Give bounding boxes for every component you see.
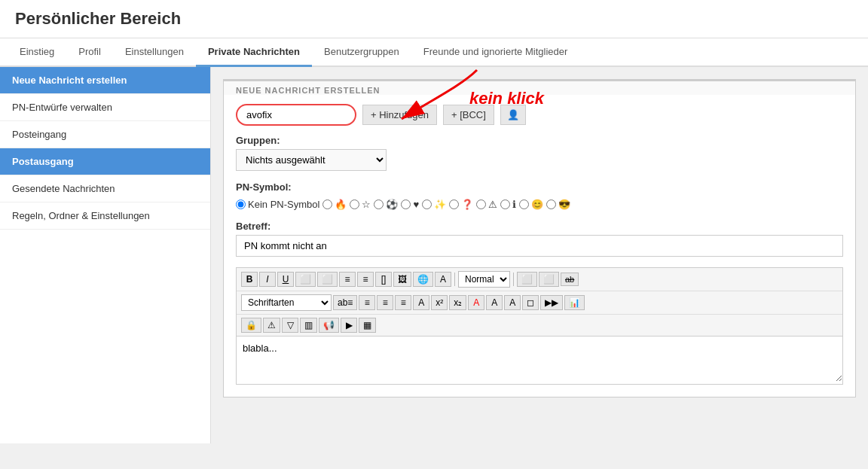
symbol-option-smile[interactable]: 😊 <box>519 199 543 210</box>
bcc-button[interactable]: + [BCC] <box>443 105 494 125</box>
top-nav-item-freunde[interactable]: Freunde und ignorierte Mitglieder <box>411 38 580 67</box>
top-nav-item-einstellungen[interactable]: Einstellungen <box>113 38 196 67</box>
tb-image[interactable]: 🖼 <box>393 272 411 287</box>
tb-r2-table[interactable]: 📊 <box>564 295 585 310</box>
pn-symbol-row: PN-Symbol: Kein PN-Symbol 🔥 ☆ ⚽ <box>236 181 843 210</box>
pn-symbol-label: PN-Symbol: <box>236 181 843 193</box>
tb-align-right[interactable]: ≡ <box>395 295 411 310</box>
tb-btn-extra2[interactable]: ⬜ <box>539 272 559 287</box>
tb-font-a[interactable]: A <box>413 295 429 310</box>
symbol-option-warning[interactable]: ⚠ <box>476 199 497 210</box>
top-nav-item-profil[interactable]: Profil <box>66 38 113 67</box>
symbol-option-soccer[interactable]: ⚽ <box>374 199 398 210</box>
tb-list2[interactable]: ≡ <box>357 272 374 287</box>
hinzufugen-button[interactable]: + Hinzufügen <box>362 105 437 125</box>
tb-r2-a2[interactable]: A <box>486 295 503 310</box>
content-area: NEUE NACHRICHT ERSTELLEN + Hinzufügen + … <box>211 67 868 443</box>
betreff-row: Betreff: <box>236 221 843 257</box>
tb-r3-tri[interactable]: ▽ <box>282 318 298 333</box>
betreff-input[interactable] <box>236 235 843 257</box>
tb-align-left[interactable]: ≡ <box>359 295 375 310</box>
tb-btn-extra1[interactable]: ⬜ <box>517 272 537 287</box>
user-icon-button[interactable]: 👤 <box>500 105 526 125</box>
tb-r3-grid[interactable]: ▥ <box>300 318 317 333</box>
tb-r2-box[interactable]: ◻ <box>522 295 539 310</box>
sidebar-item-neue-nachricht[interactable]: Neue Nachricht erstellen <box>0 67 210 94</box>
tb-fontfamily-select[interactable]: Schriftarten Arial Times New Roman <box>241 294 332 311</box>
sidebar-item-gesendete[interactable]: Gesendete Nachrichten <box>0 175 210 203</box>
sidebar-item-regeln[interactable]: Regeln, Ordner & Einstellungen <box>0 203 210 230</box>
tb-list1[interactable]: ≡ <box>339 272 356 287</box>
page-header: Persönlicher Bereich <box>0 0 868 38</box>
toolbar-row2: Schriftarten Arial Times New Roman ab≡ ≡… <box>237 291 842 315</box>
tb-r3-play[interactable]: ▶ <box>341 318 357 333</box>
sidebar-item-entwerfe[interactable]: PN-Entwürfe verwalten <box>0 94 210 121</box>
tb-r2-arr[interactable]: ▶▶ <box>540 295 563 310</box>
tb-r3-speaker[interactable]: 📢 <box>319 318 339 333</box>
symbol-option-question[interactable]: ❓ <box>449 199 473 210</box>
tb-r2-a1[interactable]: A <box>468 295 484 310</box>
tb-sep2 <box>513 273 514 286</box>
section-box: NEUE NACHRICHT ERSTELLEN + Hinzufügen + … <box>223 79 856 397</box>
top-nav-item-benutzergruppen[interactable]: Benutzergruppen <box>312 38 411 67</box>
symbol-option-sparkle[interactable]: ✨ <box>422 199 446 210</box>
recipient-input[interactable] <box>236 104 356 126</box>
tb-code[interactable]: [] <box>375 272 392 287</box>
tb-link[interactable]: 🌐 <box>413 272 433 287</box>
editor-toolbar: B I U ⬜ ⬜ ≡ ≡ [] 🖼 🌐 A Normal Klein Groß <box>236 267 843 337</box>
top-nav-item-private-nachrichten[interactable]: Private Nachrichten <box>196 38 312 67</box>
tb-btn5[interactable]: ⬜ <box>317 272 338 287</box>
toolbar-row1: B I U ⬜ ⬜ ≡ ≡ [] 🖼 🌐 A Normal Klein Groß <box>237 268 842 291</box>
groups-label: Gruppen: <box>236 135 843 146</box>
tb-italic[interactable]: I <box>259 272 276 287</box>
tb-underline[interactable]: U <box>277 272 294 287</box>
tb-r2-btn1[interactable]: ab≡ <box>333 295 357 310</box>
tb-sep1 <box>454 273 455 286</box>
tb-r3-tbl[interactable]: ▦ <box>359 318 376 333</box>
page-title: Persönlicher Bereich <box>15 9 853 29</box>
sidebar-item-posteingang[interactable]: Posteingang <box>0 121 210 148</box>
symbol-option-star[interactable]: ☆ <box>350 199 371 210</box>
tb-r2-a3[interactable]: A <box>504 295 521 310</box>
message-textarea[interactable]: blabla... <box>237 337 842 382</box>
tb-bold[interactable]: B <box>241 272 258 287</box>
tb-align-center[interactable]: ≡ <box>377 295 393 310</box>
symbol-options: Kein PN-Symbol 🔥 ☆ ⚽ ♥ ✨ <box>236 199 843 210</box>
toolbar-row3: 🔒 ⚠ ▽ ▥ 📢 ▶ ▦ <box>237 315 842 336</box>
symbol-option-cool[interactable]: 😎 <box>546 199 570 210</box>
tb-strikethrough[interactable]: ab <box>561 273 579 286</box>
betreff-label: Betreff: <box>236 221 843 232</box>
section-title: NEUE NACHRICHT ERSTELLEN <box>224 80 855 95</box>
top-nav: Einstieg Profil Einstellungen Private Na… <box>0 38 868 67</box>
tb-subscript[interactable]: x₂ <box>449 295 466 310</box>
tb-superscript[interactable]: x² <box>431 295 448 310</box>
symbol-option-info[interactable]: ℹ <box>500 199 516 210</box>
tb-btn4[interactable]: ⬜ <box>295 272 316 287</box>
groups-select[interactable]: Nichts ausgewählt <box>236 149 387 171</box>
recipient-row: + Hinzufügen + [BCC] 👤 <box>236 104 843 126</box>
symbol-option-fire[interactable]: 🔥 <box>322 199 347 210</box>
tb-font-color[interactable]: A <box>435 272 451 287</box>
symbol-option-none[interactable]: Kein PN-Symbol <box>236 199 319 210</box>
top-nav-item-einstieg[interactable]: Einstieg <box>8 38 66 67</box>
tb-fontsize-select[interactable]: Normal Klein Groß <box>458 271 510 288</box>
message-area: blabla... <box>236 337 843 385</box>
groups-row: Gruppen: Nichts ausgewählt <box>236 135 843 171</box>
sidebar-item-postausgang[interactable]: Postausgang <box>0 148 210 175</box>
tb-r3-lock[interactable]: 🔒 <box>241 318 261 333</box>
sidebar: Neue Nachricht erstellen PN-Entwürfe ver… <box>0 67 211 443</box>
tb-r3-warn[interactable]: ⚠ <box>263 318 280 333</box>
symbol-option-heart[interactable]: ♥ <box>401 199 419 210</box>
